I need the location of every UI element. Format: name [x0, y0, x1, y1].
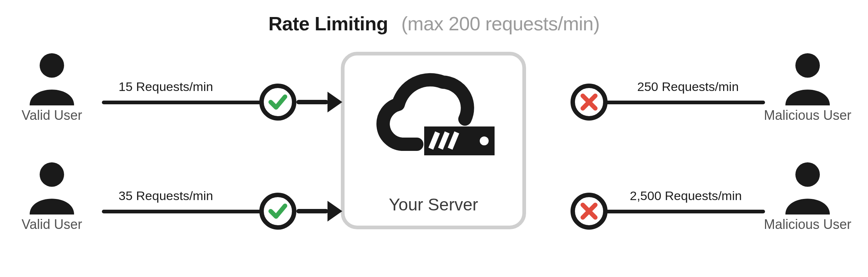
check-icon	[259, 84, 296, 121]
rate-label-left-2: 35 Requests/min	[119, 189, 213, 203]
allow-badge-2	[259, 193, 296, 230]
arrow-into-server-1	[296, 100, 341, 104]
block-badge-1	[571, 84, 608, 121]
arrow-into-server-2	[296, 209, 341, 213]
flow-line-right-2	[596, 210, 765, 213]
person-icon	[24, 50, 80, 105]
server-label: Your Server	[345, 195, 522, 214]
svg-point-4	[795, 53, 820, 78]
svg-point-5	[795, 162, 820, 187]
flow-line-right-1	[596, 101, 765, 104]
allow-badge-1	[259, 84, 296, 121]
svg-point-2	[40, 53, 64, 78]
server-box: Your Server	[341, 52, 526, 229]
valid-user-1: Valid User	[15, 50, 89, 123]
title-main: Rate Limiting	[269, 13, 388, 34]
svg-point-1	[480, 136, 489, 145]
user-label: Valid User	[15, 108, 89, 123]
malicious-user-2: Malicious User	[759, 159, 856, 232]
title-sub: (max 200 requests/min)	[401, 13, 599, 34]
cloud-server-icon	[372, 64, 495, 160]
person-icon	[780, 159, 835, 214]
rate-limiting-diagram: Rate Limiting (max 200 requests/min) You…	[0, 0, 868, 277]
person-icon	[24, 159, 80, 214]
cross-icon	[571, 193, 608, 230]
cross-icon	[571, 84, 608, 121]
block-badge-2	[571, 193, 608, 230]
user-label: Malicious User	[759, 217, 856, 232]
user-label: Valid User	[15, 217, 89, 232]
person-icon	[780, 50, 835, 105]
svg-point-3	[40, 162, 64, 187]
rate-label-right-1: 250 Requests/min	[637, 80, 739, 94]
valid-user-2: Valid User	[15, 159, 89, 232]
rate-label-left-1: 15 Requests/min	[119, 80, 213, 94]
check-icon	[259, 193, 296, 230]
malicious-user-1: Malicious User	[759, 50, 856, 123]
user-label: Malicious User	[759, 108, 856, 123]
flow-line-left-1	[102, 101, 267, 104]
flow-line-left-2	[102, 210, 267, 213]
rate-label-right-2: 2,500 Requests/min	[630, 189, 742, 203]
diagram-title: Rate Limiting (max 200 requests/min)	[0, 13, 868, 35]
